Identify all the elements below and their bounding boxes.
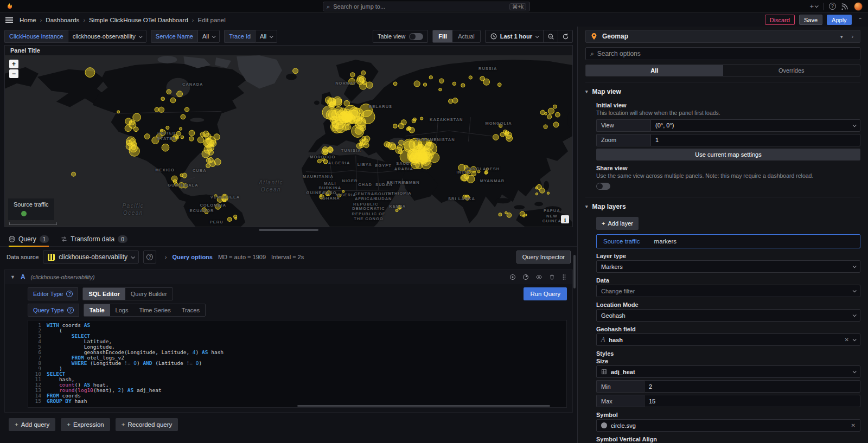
traffic-marker[interactable]: [174, 183, 178, 187]
traffic-marker[interactable]: [439, 88, 442, 91]
datasource-help-button[interactable]: ?: [143, 251, 156, 264]
options-tab-overrides[interactable]: Overrides: [723, 65, 860, 76]
traffic-marker[interactable]: [203, 131, 209, 137]
traffic-marker[interactable]: [184, 107, 189, 112]
traffic-marker[interactable]: [179, 127, 182, 130]
traffic-marker[interactable]: [484, 171, 487, 174]
traffic-marker[interactable]: [158, 107, 164, 112]
traffic-marker[interactable]: [177, 91, 183, 97]
traffic-marker[interactable]: [506, 135, 513, 142]
traffic-marker[interactable]: [117, 111, 120, 113]
code-line[interactable]: 13 round(log10(heat), 2) AS adj_heat: [28, 388, 566, 393]
traffic-marker[interactable]: [499, 124, 502, 127]
traffic-marker[interactable]: [449, 99, 453, 103]
new-menu-button[interactable]: +: [809, 3, 818, 10]
traffic-marker[interactable]: [439, 79, 444, 84]
traffic-marker[interactable]: [420, 117, 423, 120]
traffic-marker[interactable]: [404, 141, 415, 152]
duplicate-query-icon[interactable]: [522, 274, 529, 280]
traffic-marker[interactable]: [160, 129, 163, 132]
traffic-marker[interactable]: [386, 142, 392, 147]
zoom-input[interactable]: 1: [650, 134, 860, 146]
collapse-options-icon[interactable]: ⌃: [858, 17, 863, 23]
traffic-marker[interactable]: [412, 119, 416, 123]
traffic-marker[interactable]: [452, 82, 456, 85]
traffic-marker[interactable]: [166, 126, 169, 129]
view-select[interactable]: (0°, 0°): [650, 119, 860, 132]
symbol-select[interactable]: circle.svg ✕: [596, 419, 860, 432]
left-pane-scrollbar[interactable]: [573, 255, 576, 288]
traffic-marker[interactable]: [452, 98, 458, 104]
traffic-marker[interactable]: [197, 137, 204, 143]
hide-response-eye-icon[interactable]: [535, 274, 542, 280]
data-filter-select[interactable]: Change filter: [596, 285, 860, 297]
traffic-marker[interactable]: [553, 105, 557, 108]
location-mode-select[interactable]: Geohash: [596, 309, 860, 322]
traffic-marker[interactable]: [133, 113, 141, 121]
grafana-logo-icon[interactable]: [5, 2, 14, 11]
traffic-marker[interactable]: [499, 213, 502, 216]
traffic-marker[interactable]: [483, 79, 490, 85]
traffic-marker[interactable]: [205, 138, 213, 147]
traffic-marker[interactable]: [497, 83, 501, 87]
options-search-input[interactable]: ⌕ Search options: [585, 47, 860, 60]
code-line[interactable]: 9 ): [28, 366, 566, 371]
section-map-view-header[interactable]: ▾ Map view: [585, 87, 860, 98]
traffic-marker[interactable]: [342, 190, 344, 192]
global-search-input[interactable]: ⌕ Search or jump to... ⌘+k: [323, 2, 530, 11]
traffic-marker[interactable]: [547, 114, 551, 119]
traffic-marker[interactable]: [350, 73, 355, 78]
breadcrumb-item[interactable]: Dashboards: [46, 17, 79, 23]
traffic-marker[interactable]: [161, 97, 165, 101]
traffic-marker[interactable]: [144, 134, 150, 139]
save-button[interactable]: Save: [799, 15, 822, 25]
user-avatar[interactable]: [854, 2, 863, 11]
refresh-button[interactable]: [558, 30, 572, 42]
code-line[interactable]: 1WITH coords AS: [28, 323, 566, 328]
breadcrumb-item[interactable]: Simple ClickHouse OTel Dashboard: [89, 17, 188, 23]
traffic-marker[interactable]: [398, 206, 401, 209]
variable-value-dropdown[interactable]: All: [197, 30, 220, 43]
max-input[interactable]: 15: [644, 395, 860, 407]
traffic-marker[interactable]: [125, 118, 132, 125]
editor-type-sql-editor[interactable]: SQL Editor: [83, 288, 125, 300]
share-view-toggle[interactable]: [596, 183, 610, 190]
options-tab-all[interactable]: All: [586, 65, 723, 76]
table-view-toggle[interactable]: [409, 33, 423, 40]
min-input[interactable]: 2: [644, 380, 860, 393]
run-query-button[interactable]: Run Query: [524, 287, 567, 300]
traffic-marker[interactable]: [155, 107, 159, 112]
query-row-header[interactable]: ▼ A (clickhouse-observability): [5, 270, 572, 284]
chevron-down-icon[interactable]: ▾: [838, 34, 845, 40]
traffic-marker[interactable]: [320, 195, 324, 199]
traffic-marker[interactable]: [234, 217, 237, 220]
add-query-button[interactable]: +Add query: [9, 418, 55, 431]
query-type-traces[interactable]: Traces: [176, 304, 205, 316]
variable-value-dropdown[interactable]: clickhouse-observability: [68, 30, 146, 43]
query-type-logs[interactable]: Logs: [110, 304, 134, 316]
code-horizontal-scrollbar[interactable]: [297, 405, 550, 407]
breadcrumb-item[interactable]: Home: [20, 17, 36, 23]
section-map-layers-header[interactable]: ▾ Map layers: [585, 202, 860, 213]
traffic-marker[interactable]: [206, 163, 210, 168]
traffic-marker[interactable]: [547, 192, 549, 194]
datasource-picker[interactable]: clickhouse-observability: [43, 251, 139, 264]
clear-icon[interactable]: ✕: [845, 337, 849, 343]
traffic-marker[interactable]: [486, 168, 489, 170]
news-rss-icon[interactable]: [841, 3, 848, 10]
traffic-marker[interactable]: [214, 134, 220, 140]
traffic-marker[interactable]: [544, 125, 547, 129]
traffic-marker[interactable]: [465, 196, 469, 200]
traffic-marker[interactable]: [469, 76, 472, 79]
add-layer-button[interactable]: +Add layer: [596, 217, 639, 230]
traffic-marker[interactable]: [477, 170, 480, 173]
panel-resize-handle[interactable]: [259, 229, 318, 231]
layer-type-select[interactable]: Markers: [596, 260, 860, 273]
traffic-marker[interactable]: [330, 116, 337, 123]
code-line[interactable]: 11 hash,: [28, 377, 566, 382]
traffic-marker[interactable]: [334, 99, 342, 107]
traffic-marker[interactable]: [227, 217, 232, 222]
traffic-marker[interactable]: [162, 144, 169, 151]
editor-type-help-icon[interactable]: ?: [66, 291, 73, 297]
traffic-marker[interactable]: [398, 123, 404, 129]
